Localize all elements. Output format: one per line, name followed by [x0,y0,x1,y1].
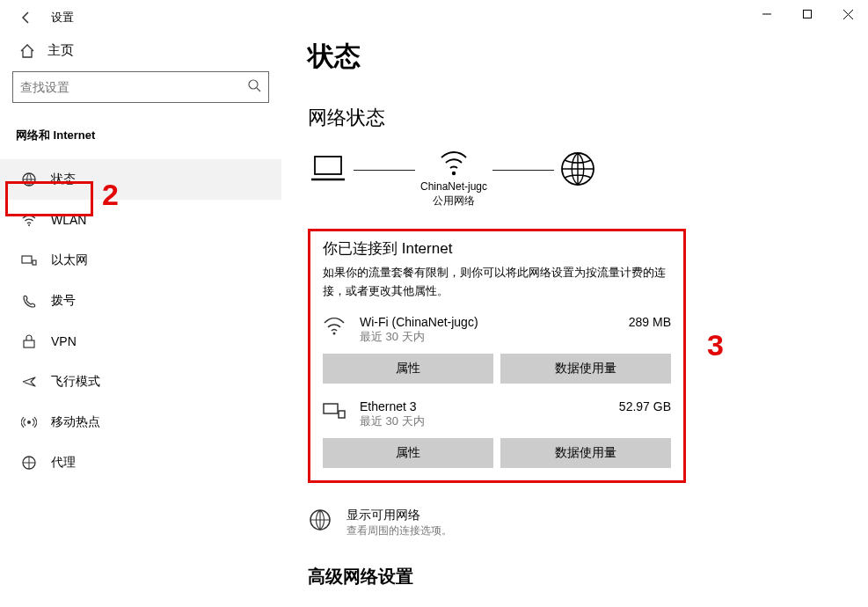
back-button[interactable] [16,7,37,28]
svg-point-12 [452,172,456,175]
sidebar-item-ethernet[interactable]: 以太网 [0,240,281,281]
svg-rect-8 [24,340,34,347]
close-icon [843,10,853,19]
network-status-heading: 网络状态 [308,105,842,131]
maximize-icon [803,10,812,18]
network-data-amount: 52.97 GB [619,399,671,413]
home-label: 主页 [47,42,74,59]
network-data-amount: 289 MB [629,315,671,329]
sidebar-item-dialup[interactable]: 拨号 [0,281,281,321]
network-row: Ethernet 3 最近 30 天内 52.97 GB [323,399,671,429]
globe-icon [308,508,332,532]
sidebar-item-status[interactable]: 状态 [0,159,281,200]
sidebar-item-proxy[interactable]: 代理 [0,442,281,483]
svg-line-3 [257,88,260,91]
diagram-ssid: ChinaNet-jugc [420,180,487,193]
network-name: Wi-Fi (ChinaNet-jugc) [360,315,616,329]
category-title: 网络和 Internet [12,122,269,159]
laptop-icon [308,153,348,185]
network-name: Ethernet 3 [360,399,607,413]
content-area: 状态 网络状态 ChinaNet-jugc公用网络 3 你已连接到 Intern… [281,35,868,607]
network-sub: 最近 30 天内 [360,413,607,429]
annotation-3: 3 [707,328,724,362]
maximize-button[interactable] [787,0,828,28]
svg-point-9 [27,421,31,424]
sidebar-item-vpn[interactable]: VPN [0,321,281,362]
data-usage-button[interactable]: 数据使用量 [500,354,671,384]
wifi-icon [21,212,37,228]
network-diagram: ChinaNet-jugc公用网络 [308,147,842,208]
minimize-button[interactable] [747,0,787,28]
connected-description: 如果你的流量套餐有限制，则你可以将此网络设置为按流量计费的连接，或者更改其他属性… [323,264,671,301]
sidebar-item-label: 以太网 [51,252,88,268]
network-sub: 最近 30 天内 [360,329,616,345]
svg-point-2 [249,80,258,89]
data-usage-button[interactable]: 数据使用量 [500,438,671,468]
svg-rect-7 [33,260,36,265]
connected-panel: 3 你已连接到 Internet 如果你的流量套餐有限制，则你可以将此网络设置为… [308,229,686,483]
svg-rect-15 [324,404,338,413]
sidebar-item-wlan[interactable]: WLAN [0,200,281,240]
svg-rect-6 [22,256,32,263]
airplane-icon [21,374,37,390]
svg-rect-16 [339,411,345,418]
close-button[interactable] [828,0,868,28]
advanced-settings-heading: 高级网络设置 [308,565,842,589]
sidebar-item-label: VPN [51,334,77,348]
page-title: 状态 [308,39,842,75]
show-networks-sub: 查看周围的连接选项。 [346,523,452,538]
sidebar-item-label: 代理 [51,455,76,471]
sidebar-item-label: 状态 [51,172,76,187]
properties-button[interactable]: 属性 [323,438,493,468]
globe-icon [559,150,596,187]
search-input[interactable] [20,80,248,94]
diagram-net-type: 公用网络 [433,194,475,207]
sidebar-item-label: 移动热点 [51,414,100,430]
svg-point-5 [28,224,30,226]
connected-title: 你已连接到 Internet [323,238,671,259]
sidebar-item-label: 拨号 [51,293,76,309]
svg-point-14 [333,332,336,334]
dialup-icon [21,293,37,309]
sidebar: 主页 网络和 Internet 状态 WLAN 以太网 拨号 VPN [0,35,281,607]
window-title: 设置 [51,10,74,26]
svg-rect-1 [804,11,812,18]
sidebar-item-hotspot[interactable]: 移动热点 [0,402,281,442]
vpn-icon [21,333,37,349]
sidebar-item-airplane[interactable]: 飞行模式 [0,362,281,402]
wifi-router-icon [436,147,471,177]
hotspot-icon [21,414,37,430]
arrow-left-icon [19,11,33,25]
ethernet-icon [323,399,347,424]
minimize-icon [762,10,771,18]
properties-button[interactable]: 属性 [323,354,493,384]
sidebar-item-label: 飞行模式 [51,374,100,390]
home-link[interactable]: 主页 [12,35,269,71]
svg-rect-11 [315,157,341,174]
status-icon [21,172,37,187]
wifi-icon [323,315,347,340]
home-icon [19,43,35,59]
show-available-networks[interactable]: 显示可用网络 查看周围的连接选项。 [308,508,842,538]
ethernet-icon [21,252,37,268]
network-row: Wi-Fi (ChinaNet-jugc) 最近 30 天内 289 MB [323,315,671,345]
show-networks-title: 显示可用网络 [346,508,452,523]
proxy-icon [21,455,37,471]
sidebar-item-label: WLAN [51,213,86,227]
search-icon [248,79,261,96]
search-input-container[interactable] [12,71,269,103]
